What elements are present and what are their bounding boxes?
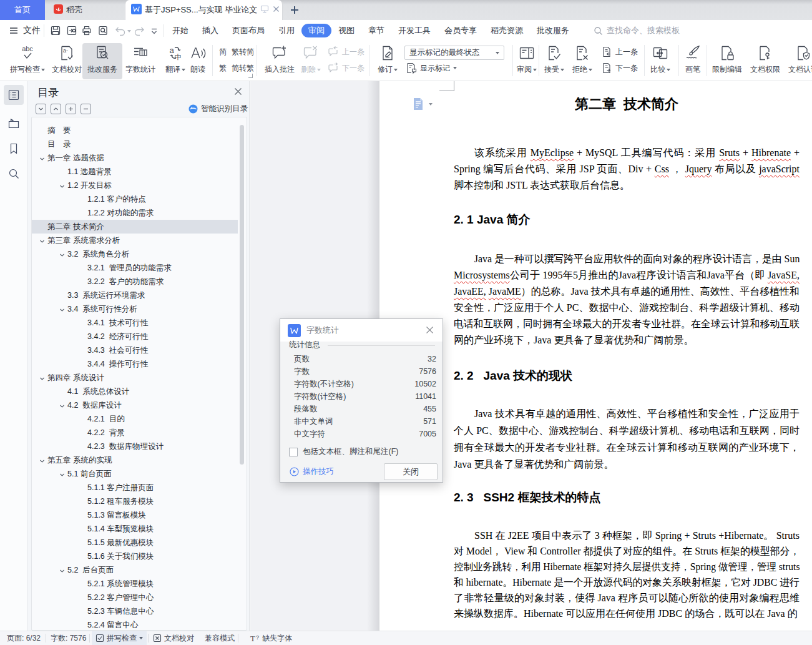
chevron-down-icon[interactable]	[59, 307, 64, 312]
chapter-pane-button[interactable]	[4, 114, 24, 134]
outline-item[interactable]: 3.4.1 技术可行性	[32, 316, 238, 330]
outline-item[interactable]: 4.2.2 背景	[32, 426, 238, 440]
prev-comment-button[interactable]: 上一条	[328, 44, 364, 59]
menu-item-5[interactable]: 视图	[331, 24, 361, 37]
outline-item[interactable]: 目 录	[32, 137, 238, 151]
outline-item[interactable]: 第四章 系统设计	[32, 371, 238, 385]
status-missing-font[interactable]: T? 缺失字体	[250, 631, 292, 645]
menu-item-4[interactable]: 审阅	[301, 24, 331, 37]
redo-button[interactable]	[134, 25, 145, 36]
outline-item[interactable]: 3.4.3 社会可行性	[32, 343, 238, 357]
tree-scrollbar[interactable]	[240, 125, 244, 465]
outline-item[interactable]: 3.2 系统角色分析	[32, 247, 238, 261]
customize-quickbar-icon[interactable]	[150, 25, 161, 36]
command-search-box[interactable]: 查找命令、搜索模板	[594, 24, 680, 37]
outline-item[interactable]: 3.4.4 操作可行性	[32, 357, 238, 371]
outline-item[interactable]: 1.2.1 客户的特点	[32, 192, 238, 206]
status-word-count[interactable]: 字数: 7576	[51, 631, 86, 645]
outline-item[interactable]: 4.2.3 数据库物理设计	[32, 440, 238, 453]
print-button[interactable]	[81, 25, 92, 36]
compare-button[interactable]: 比较	[645, 43, 675, 79]
outline-item[interactable]: 1.2.2 对功能的需求	[32, 206, 238, 220]
trad-to-simp-button[interactable]: 简 繁转简	[217, 44, 254, 59]
menu-item-1[interactable]: 插入	[195, 24, 225, 37]
doc-auth-button[interactable]: 文档认证	[785, 43, 812, 79]
expand-all-button[interactable]	[36, 104, 46, 114]
outline-item[interactable]: 5.2.1 系统管理模块	[32, 577, 238, 591]
screen-share-icon[interactable]	[260, 4, 269, 16]
close-panel-icon[interactable]	[233, 87, 245, 98]
new-tab-button[interactable]	[288, 3, 301, 17]
menu-item-10[interactable]: 批改服务	[530, 24, 576, 37]
dialog-title-bar[interactable]: 字数统计	[280, 319, 443, 342]
outline-item[interactable]: 5.2.4 留言中心	[32, 618, 238, 631]
doc-proofread-button[interactable]: a- 文档校对	[47, 43, 87, 79]
print-preview-button[interactable]	[97, 25, 109, 36]
outline-item[interactable]: 第五章 系统的实现	[32, 453, 238, 467]
outline-item[interactable]: 摘 要	[32, 124, 238, 137]
tab-document-active[interactable]: 基于JSP+SS...与实现 毕业论文	[125, 0, 282, 20]
read-aloud-button[interactable]: 朗读	[180, 43, 215, 79]
chevron-down-icon[interactable]	[39, 239, 44, 244]
outline-item[interactable]: 4.2.1 目的	[32, 412, 238, 426]
spell-check-button[interactable]: abc 拼写检查	[5, 43, 50, 79]
outline-item[interactable]: 5.1.3 留言板模块	[32, 508, 238, 522]
tab-docer[interactable]: 稻壳	[50, 0, 119, 20]
track-changes-button[interactable]: 修订	[372, 43, 403, 79]
outline-item[interactable]: 5.1.6 关于我们模块	[32, 549, 238, 563]
restrict-edit-button[interactable]: 限制编辑	[708, 43, 746, 79]
menu-item-0[interactable]: 开始	[165, 24, 195, 37]
tips-link[interactable]: 操作技巧	[290, 466, 334, 477]
chevron-down-icon[interactable]	[39, 156, 44, 161]
search-pane-button[interactable]	[4, 164, 24, 184]
outline-item[interactable]: 4.2 数据库设计	[32, 398, 238, 412]
ai-recognize-outline-button[interactable]: 智能识别目录	[188, 102, 248, 115]
expand-level-button[interactable]	[66, 104, 76, 114]
outline-item[interactable]: 5.1.5 最新优惠模块	[32, 536, 238, 549]
outline-item[interactable]: 3.2.1 管理员的功能需求	[32, 261, 238, 275]
reject-change-button[interactable]: 拒绝	[565, 43, 600, 79]
outline-item[interactable]: 5.1.4 车型预览模块	[32, 522, 238, 536]
chevron-down-icon[interactable]	[39, 376, 44, 381]
outline-item[interactable]: 5.1 前台页面	[32, 467, 238, 481]
export-pdf-button[interactable]	[66, 25, 77, 36]
outline-item[interactable]: 5.1.2 租车服务模块	[32, 495, 238, 508]
status-page-indicator[interactable]: 页面: 6/32	[7, 631, 41, 645]
menu-item-7[interactable]: 开发工具	[391, 24, 438, 37]
outline-item[interactable]: 4.1 系统总体设计	[32, 385, 238, 398]
outline-item[interactable]: 5.1.1 客户注册页面	[32, 481, 238, 495]
outline-item[interactable]: 3.4.2 经济可行性	[32, 330, 238, 343]
outline-item[interactable]: 3.2.2 客户的功能需求	[32, 275, 238, 288]
prev-change-button[interactable]: 上一条	[601, 44, 638, 59]
undo-button[interactable]	[114, 25, 130, 36]
menu-item-3[interactable]: 引用	[271, 24, 301, 37]
close-dialog-button[interactable]: 关闭	[384, 463, 438, 480]
tab-home[interactable]: 首页	[0, 0, 45, 20]
checkbox-box[interactable]	[289, 448, 298, 456]
outline-item[interactable]: 3.3 系统运行环境需求	[32, 288, 238, 302]
chevron-down-icon[interactable]	[39, 458, 44, 463]
outline-item[interactable]: 5.2.2 客户管理中心	[32, 591, 238, 604]
menu-item-2[interactable]: 页面布局	[225, 24, 271, 37]
outline-item[interactable]: 5.2.3 车辆信息中心	[32, 604, 238, 618]
delete-comment-button[interactable]: 删除	[293, 43, 328, 79]
collapse-level-button[interactable]	[81, 104, 91, 114]
menu-item-6[interactable]: 章节	[361, 24, 391, 37]
outline-item[interactable]: 1.1 选题背景	[32, 165, 238, 179]
brush-button[interactable]: 画笔	[680, 43, 705, 79]
next-change-button[interactable]: 下一条	[601, 61, 638, 76]
doc-permission-button[interactable]: 文档权限	[746, 43, 784, 79]
status-spell-check[interactable]: 拼写检查	[92, 631, 147, 645]
collapse-all-button[interactable]	[51, 104, 61, 114]
outline-item[interactable]: 第三章 系统需求分析	[32, 234, 238, 247]
save-button[interactable]	[50, 25, 61, 36]
outline-pane-button[interactable]	[4, 85, 24, 105]
chevron-down-icon[interactable]	[59, 472, 64, 477]
outline-item[interactable]: 第二章 技术简介	[32, 220, 238, 234]
outline-item[interactable]: 5.2 后台页面	[32, 563, 238, 577]
proof-service-button[interactable]: 批改服务	[82, 43, 122, 79]
status-doc-proofread[interactable]: 文档校对	[153, 631, 194, 645]
floating-page-button[interactable]	[412, 97, 433, 111]
chevron-down-icon[interactable]	[59, 184, 64, 189]
status-compat-mode[interactable]: 兼容模式	[205, 631, 235, 645]
